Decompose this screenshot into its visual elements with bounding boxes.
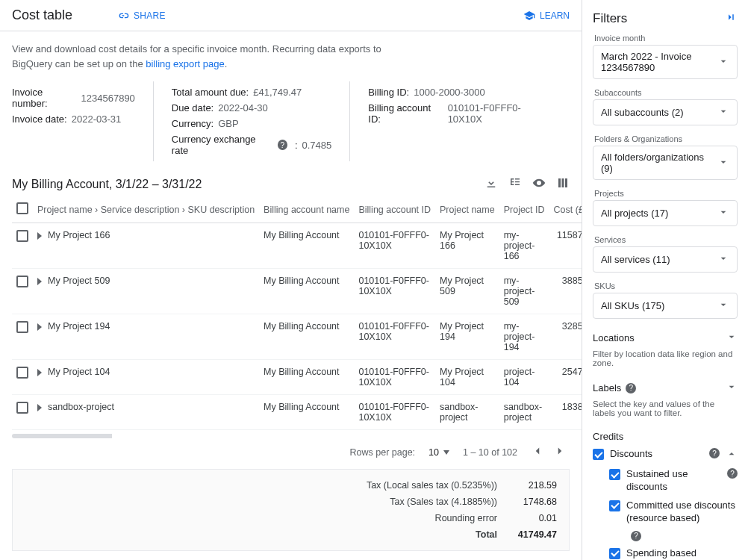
next-page-button[interactable] — [553, 444, 567, 460]
col-project-name[interactable]: Project name — [435, 196, 499, 223]
table-row[interactable]: sandbox-projectMy Billing Account010101-… — [12, 395, 582, 430]
row-checkbox[interactable] — [16, 230, 28, 242]
projects-select[interactable]: All projects (17) — [593, 200, 738, 226]
help-icon[interactable]: ? — [709, 448, 720, 458]
help-icon[interactable]: ? — [278, 140, 287, 150]
learn-button[interactable]: LEARN — [523, 10, 570, 22]
help-icon[interactable]: ? — [631, 531, 641, 541]
services-select[interactable]: All services (11) — [593, 246, 738, 273]
sustained-use-checkbox[interactable]: Sustained use discounts? — [593, 465, 738, 497]
invoice-summary: Invoice number:1234567890 Invoice date:2… — [0, 75, 582, 176]
prev-page-button[interactable] — [531, 444, 544, 460]
table-row[interactable]: My Project 509My Billing Account010101-F… — [12, 269, 582, 314]
row-checkbox[interactable] — [16, 367, 28, 379]
subaccounts-select[interactable]: All subaccounts (2) — [593, 99, 738, 125]
table-row[interactable]: My Project 166My Billing Account010101-F… — [12, 223, 582, 269]
expand-icon[interactable] — [37, 278, 42, 285]
rows-per-page-label: Rows per page: — [350, 447, 416, 458]
section-title: My Billing Account, 3/1/22 – 3/31/22 — [12, 178, 202, 191]
table-row[interactable]: My Project 104My Billing Account010101-F… — [12, 360, 582, 395]
download-icon[interactable] — [484, 176, 498, 192]
graduation-icon — [523, 10, 535, 22]
col-project-id[interactable]: Project ID — [499, 196, 549, 223]
share-button[interactable]: SHARE — [117, 10, 166, 22]
discounts-checkbox[interactable]: Discounts? — [593, 445, 738, 465]
invoice-month-select[interactable]: March 2022 - Invoice 1234567890 — [593, 45, 738, 79]
expand-icon[interactable] — [37, 232, 42, 240]
row-checkbox[interactable] — [16, 321, 28, 333]
filters-title: Filters — [593, 11, 627, 26]
select-all-checkbox[interactable] — [16, 202, 28, 214]
visibility-icon[interactable] — [532, 176, 546, 192]
table-row[interactable]: project 42My Billing Account010101-F0FFF… — [12, 430, 582, 433]
page-range: 1 – 10 of 102 — [463, 447, 517, 458]
hierarchy-icon[interactable] — [508, 176, 522, 192]
cost-table: Project name › Service description › SKU… — [12, 196, 582, 432]
collapse-filters-icon[interactable] — [724, 10, 738, 26]
link-icon — [117, 10, 129, 22]
expand-icon[interactable] — [37, 369, 42, 376]
expand-icon[interactable] — [37, 323, 42, 331]
expand-icon[interactable] — [37, 404, 42, 411]
help-icon[interactable]: ? — [727, 468, 738, 479]
row-checkbox[interactable] — [16, 402, 28, 414]
row-checkbox[interactable] — [16, 276, 28, 287]
totals-box: Tax (Local sales tax (0.5235%))218.59 Ta… — [12, 469, 570, 551]
table-row[interactable]: My Project 194My Billing Account010101-F… — [12, 314, 582, 360]
spending-based-checkbox[interactable]: Spending based discounts (contractual) — [593, 544, 738, 560]
col-billing-account-name[interactable]: Billing account name — [259, 196, 354, 223]
page-title: Cost table — [12, 7, 72, 23]
rows-per-page-select[interactable]: 10 — [428, 447, 449, 458]
col-cost[interactable]: Cost (£) — [549, 196, 582, 223]
billing-export-link[interactable]: billing export page — [146, 58, 225, 69]
credits-header: Credits — [593, 428, 738, 445]
col-project-crumb[interactable]: Project name › Service description › SKU… — [33, 196, 259, 223]
help-icon[interactable]: ? — [626, 383, 636, 393]
col-billing-account-id[interactable]: Billing account ID — [354, 196, 435, 223]
columns-icon[interactable] — [556, 176, 570, 192]
committed-use-checkbox[interactable]: Committed use discounts (resource based) — [593, 497, 738, 528]
intro-text: View and download cost details for a spe… — [0, 31, 418, 75]
labels-section[interactable]: Labels? — [593, 378, 738, 398]
locations-section[interactable]: Locations — [593, 328, 738, 348]
folders-select[interactable]: All folders/organizations (9) — [593, 146, 738, 180]
skus-select[interactable]: All SKUs (175) — [593, 293, 738, 319]
